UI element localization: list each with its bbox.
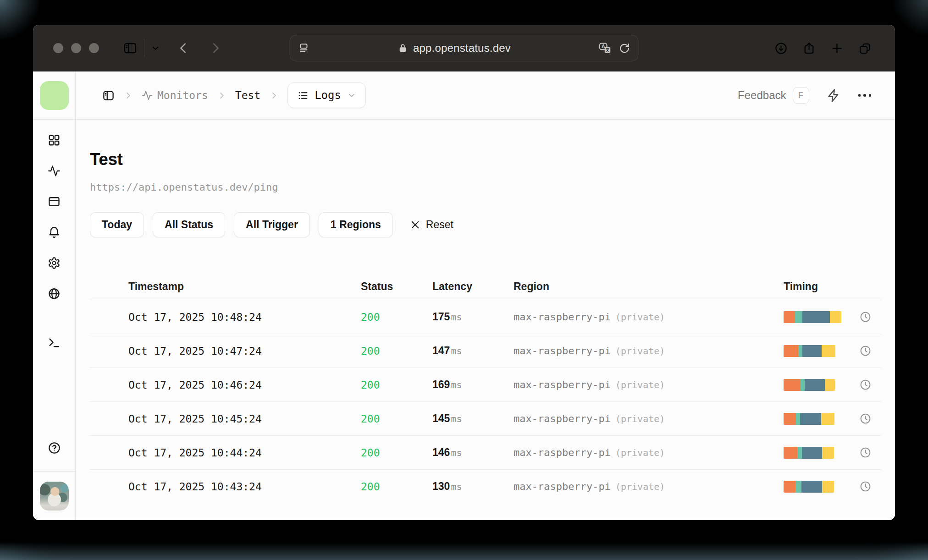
- timestamp-cell: Oct 17, 2025 10:47:24: [128, 345, 361, 357]
- reload-button[interactable]: [619, 42, 631, 55]
- clock-icon: [859, 412, 872, 425]
- bell-icon: [48, 226, 61, 239]
- status-cell: 200: [361, 345, 432, 357]
- toolbar-separator: [144, 39, 144, 57]
- timestamp-cell: Oct 17, 2025 10:48:24: [128, 311, 361, 323]
- col-latency: Latency: [432, 280, 514, 296]
- panel-top-icon: [48, 195, 61, 208]
- clock-icon: [859, 379, 872, 391]
- status-cell: 200: [361, 447, 432, 459]
- clock-icon: [859, 311, 872, 323]
- timing-detail-button[interactable]: [849, 311, 881, 323]
- sidebar-item-cli[interactable]: [48, 336, 61, 349]
- timing-detail-button[interactable]: [849, 345, 881, 357]
- command-button[interactable]: [827, 88, 841, 103]
- more-options-button[interactable]: [858, 94, 872, 97]
- status-cell: 200: [361, 413, 432, 425]
- feedback-button[interactable]: Feedback F: [738, 87, 809, 104]
- status-cell: 200: [361, 311, 432, 323]
- table-row[interactable]: Oct 17, 2025 10:48:24 200 175ms max-rasp…: [90, 300, 881, 334]
- timing-bar: [784, 311, 841, 323]
- chevron-right-icon: [217, 91, 226, 100]
- monitor-endpoint: https://api.openstatus.dev/ping: [90, 181, 881, 193]
- table-row[interactable]: Oct 17, 2025 10:44:24 200 146ms max-rasp…: [90, 435, 881, 469]
- close-icon: [410, 220, 420, 230]
- new-tab-button[interactable]: [830, 41, 844, 55]
- timestamp-cell: Oct 17, 2025 10:44:24: [128, 447, 361, 459]
- sidebar-item-domains[interactable]: [48, 287, 61, 300]
- log-rows: Oct 17, 2025 10:48:24 200 175ms max-rasp…: [90, 300, 881, 503]
- filter-trigger[interactable]: All Trigger: [234, 212, 310, 237]
- app-sidebar-toggle[interactable]: [102, 89, 115, 102]
- breadcrumb-monitor-name[interactable]: Test: [235, 89, 260, 101]
- share-button[interactable]: [802, 41, 816, 55]
- col-timing: Timing: [784, 280, 849, 296]
- help-button[interactable]: [48, 441, 61, 455]
- svg-text:A: A: [602, 44, 605, 49]
- filter-status[interactable]: All Status: [153, 212, 225, 237]
- timing-detail-button[interactable]: [849, 412, 881, 425]
- reset-filters-button[interactable]: Reset: [410, 219, 453, 231]
- sidebar-item-status-pages[interactable]: [48, 195, 61, 208]
- table-row[interactable]: Oct 17, 2025 10:45:24 200 145ms max-rasp…: [90, 401, 881, 435]
- logs-table: Timestamp Status Latency Region Timing O…: [90, 276, 881, 503]
- panel-left-icon: [102, 89, 115, 102]
- table-row[interactable]: Oct 17, 2025 10:46:24 200 169ms max-rasp…: [90, 368, 881, 401]
- address-text[interactable]: app.openstatus.dev: [413, 42, 511, 55]
- sidebar-item-notifications[interactable]: [48, 226, 61, 239]
- timing-bar: [784, 481, 834, 493]
- close-window-button[interactable]: [53, 43, 63, 53]
- avatar[interactable]: [40, 482, 69, 511]
- translate-icon[interactable]: A x: [598, 41, 612, 55]
- filter-regions[interactable]: 1 Regions: [319, 212, 393, 237]
- tab-overview-button[interactable]: [858, 41, 872, 55]
- timing-detail-button[interactable]: [849, 379, 881, 391]
- svg-text:x: x: [606, 47, 609, 53]
- workspace-logo[interactable]: [40, 81, 69, 110]
- region-cell: max-raspberry-pi(private): [514, 345, 784, 357]
- latency-cell: 175ms: [432, 311, 514, 323]
- back-button[interactable]: [177, 41, 190, 55]
- globe-icon: [48, 287, 61, 300]
- latency-cell: 145ms: [432, 412, 514, 425]
- region-cell: max-raspberry-pi(private): [514, 413, 784, 424]
- timing-bar: [784, 345, 835, 357]
- address-bar[interactable]: app.openstatus.dev A x: [290, 35, 639, 61]
- col-status: Status: [361, 280, 432, 296]
- clock-icon: [859, 345, 872, 357]
- minimize-window-button[interactable]: [71, 43, 81, 53]
- view-selector-logs[interactable]: Logs: [287, 82, 366, 108]
- filter-date[interactable]: Today: [90, 212, 144, 237]
- logs-page: Test https://api.openstatus.dev/ping Tod…: [76, 120, 895, 520]
- col-timestamp: Timestamp: [128, 280, 361, 296]
- forward-button[interactable]: [209, 41, 222, 55]
- region-cell: max-raspberry-pi(private): [514, 379, 784, 390]
- sidebar-item-dashboard[interactable]: [48, 134, 61, 147]
- table-row[interactable]: Oct 17, 2025 10:43:24 200 130ms max-rasp…: [90, 469, 881, 503]
- latency-cell: 146ms: [432, 446, 514, 459]
- chevron-right-icon: [270, 91, 278, 100]
- reader-icon[interactable]: [298, 42, 310, 55]
- browser-sidebar-toggle[interactable]: [123, 41, 138, 55]
- tab-group-chevron[interactable]: [151, 44, 160, 53]
- breadcrumb: Monitors Test: [102, 82, 366, 108]
- activity-icon: [48, 165, 61, 177]
- timing-detail-button[interactable]: [849, 480, 881, 493]
- table-row[interactable]: Oct 17, 2025 10:47:24 200 147ms max-rasp…: [90, 334, 881, 368]
- sidebar-item-settings[interactable]: [48, 257, 61, 269]
- breadcrumb-monitors[interactable]: Monitors: [142, 89, 208, 101]
- list-icon: [297, 90, 309, 101]
- downloads-button[interactable]: [774, 41, 788, 55]
- latency-cell: 130ms: [432, 480, 514, 493]
- region-cell: max-raspberry-pi(private): [514, 311, 784, 323]
- zoom-window-button[interactable]: [89, 43, 99, 53]
- traffic-lights[interactable]: [53, 43, 99, 53]
- status-cell: 200: [361, 379, 432, 391]
- browser-window: app.openstatus.dev A x: [33, 25, 895, 520]
- help-icon: [48, 441, 61, 455]
- sidebar-item-monitors[interactable]: [48, 165, 61, 177]
- chevron-down-icon: [347, 91, 356, 100]
- timing-detail-button[interactable]: [849, 446, 881, 459]
- page-title: Test: [90, 150, 881, 169]
- region-cell: max-raspberry-pi(private): [514, 447, 784, 458]
